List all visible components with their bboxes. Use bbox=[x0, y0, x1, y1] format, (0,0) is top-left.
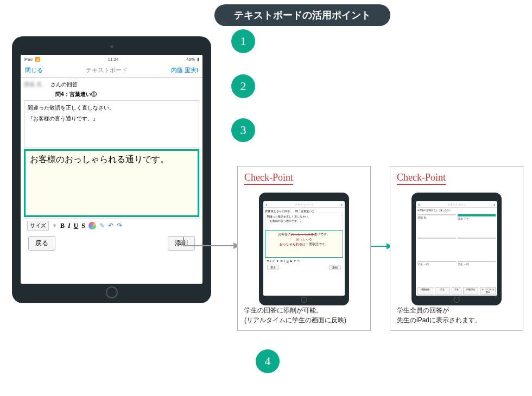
mini-annotate-button: 添削 bbox=[329, 265, 341, 270]
ipad-home-button[interactable] bbox=[106, 286, 118, 298]
cp2-description: 学生全員の回答が 先生のiPadに表示されます。 bbox=[397, 305, 516, 325]
nav-username[interactable]: 内藤 里実t bbox=[171, 66, 198, 74]
ipad-screen: iPad 📶 11:34 48% ▮ 閉じる テキストボード 内藤 里実t 齋藤… bbox=[21, 55, 202, 284]
grid-cell: 学生 一郎 bbox=[417, 261, 456, 283]
grid-cell bbox=[458, 238, 496, 259]
mini-correction-1: おっしゃる bbox=[267, 237, 341, 242]
checkpoint-title: Check-Point bbox=[397, 172, 446, 185]
mini2-title: テキストボード bbox=[447, 203, 466, 206]
mini-answer-box: お客様のおっしゃられる通りです。 おっしゃる おっしゃられるは二重敬語です。 bbox=[265, 231, 343, 258]
mini2-bottom-bar: 問題送信 戻る 戻る 回答採点 ディスプレイ表示 bbox=[416, 286, 497, 296]
page-title-pill: テキストボードの活用ポイント bbox=[214, 4, 390, 26]
step-2-badge: 2 bbox=[231, 74, 255, 98]
mini-correction-2: おっしゃられるは二重敬語です。 bbox=[267, 242, 341, 247]
step-3-badge: 3 bbox=[231, 118, 255, 142]
nav-title: テキストボード bbox=[86, 66, 128, 74]
wifi-icon: 📶 bbox=[35, 57, 40, 62]
format-toolbar: サイズ ▼ B I U S ✎ ↶ ↷ bbox=[24, 218, 199, 232]
answer-text: お客様のおっしゃられる通りです。 bbox=[30, 155, 169, 164]
back-button[interactable]: 戻る bbox=[28, 236, 55, 251]
answers-grid: 齋藤 真。 篠原 正士。 学生 一郎 学生 一郎 bbox=[416, 213, 497, 286]
mini-q1: 間違った敬語を正しく直しなさい。 bbox=[267, 215, 341, 218]
grid-cell: 学生 一郎 bbox=[458, 261, 496, 283]
answer-textarea[interactable]: お客様のおっしゃられる通りです。 bbox=[24, 149, 199, 217]
mini-toolbar: サイズ▼ BIUS ↶↷ bbox=[265, 258, 343, 264]
battery-pct: 48% bbox=[186, 57, 195, 62]
question-title: 問4：言葉遣い① bbox=[55, 91, 199, 98]
answerer-row: 齋藤 真。 さんの回答 bbox=[24, 81, 199, 88]
italic-button[interactable]: I bbox=[68, 222, 71, 230]
mini-a-pre: お客様の bbox=[278, 233, 291, 236]
bottom-buttons: 戻る 添削 bbox=[24, 233, 199, 253]
battery-icon: ▮ bbox=[197, 57, 199, 62]
cp1-description: 学生の回答に添削が可能。 (リアルタイムに学生の画面に反映) bbox=[244, 305, 364, 325]
grid-cell: 篠原 正士。 bbox=[458, 214, 496, 236]
question-line-1: 間違った敬語を正しく直しなさい。 bbox=[28, 104, 195, 112]
step-1-badge: 1 bbox=[231, 29, 255, 53]
size-select[interactable]: サイズ bbox=[27, 221, 49, 231]
mini-home-button bbox=[454, 297, 460, 303]
question-line-2: 『お客様の言う通りです。』 bbox=[28, 115, 195, 123]
mini2-subtitle: 出席者の左3例を正しく直しなさい bbox=[416, 208, 497, 213]
mini-close: ● bbox=[265, 203, 267, 206]
nav-bar: 閉じる テキストボード 内藤 里実t bbox=[21, 63, 202, 78]
answerer-name: 齋藤 真。 bbox=[24, 81, 47, 88]
underline-button[interactable]: U bbox=[74, 222, 79, 230]
mini-ipad-2: ● テキストボード ● 出席者の左3例を正しく直しなさい 齋藤 真。 篠原 正士… bbox=[411, 193, 502, 305]
mini-ipad-1: ● テキストボード ● 齋藤 真しさんの回答 問：言葉遣い① 間違った敬語を正し… bbox=[259, 193, 349, 305]
mini-a-strike: おっしゃられる bbox=[291, 233, 314, 236]
mini2-btn: ディスプレイ表示 bbox=[480, 287, 496, 295]
status-bar: iPad 📶 11:34 48% ▮ bbox=[21, 55, 202, 63]
mini2-btn: 戻る bbox=[452, 287, 461, 295]
grid-cell bbox=[417, 238, 456, 259]
arrow-main-to-cp1 bbox=[183, 236, 243, 260]
question-box: 間違った敬語を正しく直しなさい。 『お客様の言う通りです。』 bbox=[24, 100, 199, 148]
mini-nav-2: ● テキストボード ● bbox=[416, 201, 497, 208]
redo-icon[interactable]: ↷ bbox=[117, 222, 122, 229]
strike-button[interactable]: S bbox=[81, 222, 85, 230]
grid-cell: 齋藤 真。 bbox=[417, 214, 456, 236]
mini-right: ● bbox=[341, 203, 343, 206]
mini2-btn: 戻る bbox=[435, 287, 451, 295]
chevron-down-icon[interactable]: ▼ bbox=[52, 223, 57, 228]
mini-question-box: 間違った敬語を正しく直しなさい。 『お客様の言う通りです。』 bbox=[265, 213, 343, 231]
brush-icon[interactable]: ✎ bbox=[99, 222, 105, 229]
bold-button[interactable]: B bbox=[60, 222, 65, 230]
checkpoint-title: Check-Point bbox=[244, 172, 293, 185]
checkpoint-card-2: Check-Point ● テキストボード ● 出席者の左3例を正しく直しなさい… bbox=[390, 166, 523, 331]
main-content: 齋藤 真。 さんの回答 問4：言葉遣い① 間違った敬語を正しく直しなさい。 『お… bbox=[21, 78, 202, 284]
close-button[interactable]: 閉じる bbox=[25, 66, 43, 74]
mini-screen-2: ● テキストボード ● 出席者の左3例を正しく直しなさい 齋藤 真。 篠原 正士… bbox=[416, 201, 497, 296]
status-time: 11:34 bbox=[107, 57, 118, 62]
answerer-suffix: さんの回答 bbox=[50, 81, 78, 88]
mini2-btn: 問題送信 bbox=[417, 287, 433, 295]
mini-nav-1: ● テキストボード ● bbox=[263, 201, 345, 208]
mini-screen-1: ● テキストボード ● 齋藤 真しさんの回答 問：言葉遣い① 間違った敬語を正し… bbox=[263, 201, 345, 296]
undo-icon[interactable]: ↶ bbox=[108, 222, 113, 229]
mini-q2: 『お客様の言う通りです。』 bbox=[267, 219, 341, 222]
mini-nav-title: テキストボード bbox=[295, 203, 314, 206]
ipad-camera-dot bbox=[110, 45, 113, 48]
carrier-label: iPad bbox=[24, 57, 33, 62]
mini-home-button bbox=[301, 297, 307, 303]
checkpoint-card-1: Check-Point ● テキストボード ● 齋藤 真しさんの回答 問：言葉遣… bbox=[237, 166, 371, 331]
step-4-badge: 4 bbox=[256, 349, 280, 373]
color-palette-icon[interactable] bbox=[88, 222, 96, 229]
mini-back-button: 戻る bbox=[267, 265, 279, 270]
mini-a-post: 通りです。 bbox=[314, 233, 330, 236]
mini2-btn: 回答採点 bbox=[463, 287, 479, 295]
ipad-main-frame: iPad 📶 11:34 48% ▮ 閉じる テキストボード 内藤 里実t 齋藤… bbox=[12, 36, 211, 303]
